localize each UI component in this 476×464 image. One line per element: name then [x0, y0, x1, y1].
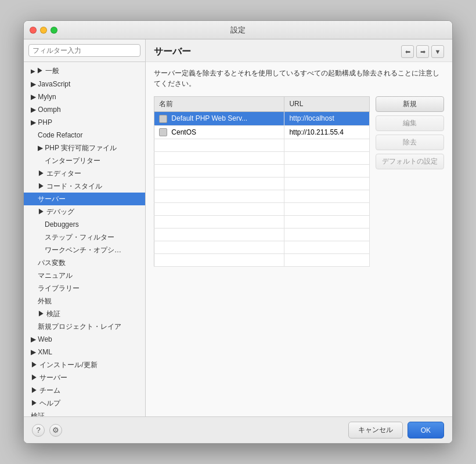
sidebar-item-validation2[interactable]: 検証	[24, 409, 145, 416]
table-row-empty	[154, 152, 370, 165]
panel-toolbar: ⬅ ➡ ▼	[401, 45, 444, 58]
sidebar-item-workbench[interactable]: ワークベンチ・オプシ…	[24, 244, 145, 256]
col-name-header: 名前	[154, 96, 284, 111]
close-button[interactable]	[30, 27, 37, 34]
sidebar-item-validation[interactable]: ▶ 検証	[24, 307, 145, 320]
sidebar-item-server[interactable]: サーバー	[24, 193, 145, 205]
cancel-button[interactable]: キャンセル	[348, 422, 403, 438]
table-and-buttons: 名前 URL Default PHP Web Serv...	[154, 96, 444, 267]
tree-list: ▶▶ 一般 ▶ JavaScript ▶ Mylyn ▶ Oomph ▶ PHP…	[24, 62, 145, 416]
bottom-bar: ? ⚙ キャンセル OK	[24, 416, 452, 443]
server-table: 名前 URL Default PHP Web Serv...	[154, 96, 370, 267]
ok-button[interactable]: OK	[408, 422, 444, 438]
minimize-button[interactable]	[40, 27, 47, 34]
table-row-empty	[154, 139, 370, 152]
sidebar-item-code-refactor[interactable]: Code Refactor	[24, 129, 145, 142]
table-row-empty	[154, 241, 370, 254]
sidebar-item-web[interactable]: ▶ Web	[24, 333, 145, 346]
table-row-empty	[154, 177, 370, 190]
col-url-header: URL	[284, 96, 370, 111]
server-url-cell: http://localhost	[284, 111, 370, 125]
sidebar-item-php[interactable]: ▶ PHP	[24, 116, 145, 129]
panel-body: サーバー定義を除去するとそれを使用しているすべての起動構成も除去されることに注意…	[146, 62, 452, 416]
sidebar-item-javascript[interactable]: ▶ JavaScript	[24, 78, 145, 90]
back-button[interactable]: ⬅	[401, 45, 414, 58]
table-row-empty	[154, 254, 370, 267]
settings-window: 設定 ▶▶ 一般 ▶ JavaScript ▶ Mylyn ▶ Oomph ▶ …	[23, 20, 453, 444]
window-title: 設定	[230, 25, 246, 35]
server-url-cell: http://10.211.55.4	[284, 125, 370, 139]
table-row[interactable]: CentOS http://10.211.55.4	[154, 125, 370, 139]
settings-button[interactable]: ⚙	[49, 424, 62, 437]
table-row-empty	[154, 190, 370, 203]
forward-button[interactable]: ➡	[416, 45, 429, 58]
edit-button[interactable]: 編集	[376, 115, 444, 131]
sidebar-item-help[interactable]: ▶ ヘルプ	[24, 397, 145, 409]
table-row[interactable]: Default PHP Web Serv... http://localhost	[154, 111, 370, 125]
sidebar-item-general[interactable]: ▶▶ 一般	[24, 64, 145, 78]
question-icon: ?	[36, 426, 40, 434]
sidebar-item-manual[interactable]: マニュアル	[24, 269, 145, 282]
description-text: サーバー定義を除去するとそれを使用しているすべての起動構成も除去されることに注意…	[154, 68, 444, 89]
sidebar-item-step-filter[interactable]: ステップ・フィルター	[24, 231, 145, 244]
table-row-empty	[154, 165, 370, 177]
sidebar-item-library[interactable]: ライブラリー	[24, 282, 145, 295]
main-panel: サーバー ⬅ ➡ ▼ サーバー定義を除去するとそれを使用しているすべての起動構成…	[146, 39, 452, 416]
content-area: ▶▶ 一般 ▶ JavaScript ▶ Mylyn ▶ Oomph ▶ PHP…	[24, 39, 452, 416]
titlebar: 設定	[24, 21, 452, 39]
server-name-cell: Default PHP Web Serv...	[154, 111, 284, 125]
bottom-left-controls: ? ⚙	[32, 424, 62, 437]
chevron-down-icon: ▼	[435, 48, 441, 55]
back-icon: ⬅	[405, 48, 410, 56]
sidebar-item-path-var[interactable]: パス変数	[24, 256, 145, 269]
panel-title: サーバー	[154, 46, 191, 58]
new-button[interactable]: 新規	[376, 96, 444, 112]
filter-input[interactable]	[28, 44, 140, 57]
server-icon	[159, 128, 167, 136]
sidebar-item-interpreter[interactable]: インタープリター	[24, 154, 145, 167]
help-button[interactable]: ?	[32, 424, 45, 437]
sidebar-item-team[interactable]: ▶ チーム	[24, 384, 145, 397]
server-name-cell: CentOS	[154, 125, 284, 139]
sidebar-item-new-project[interactable]: 新規プロジェクト・レイア	[24, 320, 145, 333]
sidebar-item-mylyn[interactable]: ▶ Mylyn	[24, 90, 145, 103]
side-buttons: 新規 編集 除去 デフォルトの設定	[376, 96, 444, 267]
window-controls	[30, 27, 57, 34]
filter-container	[24, 39, 145, 62]
sidebar-item-editor[interactable]: ▶ エディター	[24, 167, 145, 180]
maximize-button[interactable]	[51, 27, 57, 34]
sidebar: ▶▶ 一般 ▶ JavaScript ▶ Mylyn ▶ Oomph ▶ PHP…	[24, 39, 146, 416]
sidebar-item-install-update[interactable]: ▶ インストール/更新	[24, 358, 145, 371]
sidebar-item-php-executable[interactable]: ▶ PHP 実行可能ファイル	[24, 142, 145, 154]
table-row-empty	[154, 229, 370, 241]
bottom-right-controls: キャンセル OK	[348, 422, 444, 438]
panel-header: サーバー ⬅ ➡ ▼	[146, 39, 452, 62]
table-row-empty	[154, 203, 370, 216]
default-button[interactable]: デフォルトの設定	[376, 154, 444, 169]
sidebar-item-debug[interactable]: ▶ デバッグ	[24, 205, 145, 218]
delete-button[interactable]: 除去	[376, 135, 444, 150]
server-icon	[159, 115, 167, 123]
table-wrapper: 名前 URL Default PHP Web Serv...	[154, 96, 370, 267]
sidebar-item-appearance[interactable]: 外観	[24, 295, 145, 307]
table-row-empty	[154, 216, 370, 229]
sidebar-item-server-root[interactable]: ▶ サーバー	[24, 371, 145, 384]
sidebar-item-xml[interactable]: ▶ XML	[24, 346, 145, 358]
dropdown-button[interactable]: ▼	[431, 45, 444, 58]
sidebar-item-oomph[interactable]: ▶ Oomph	[24, 103, 145, 116]
forward-icon: ➡	[420, 48, 425, 56]
sidebar-item-debuggers[interactable]: Debuggers	[24, 218, 145, 231]
sidebar-item-code-style[interactable]: ▶ コード・スタイル	[24, 180, 145, 193]
gear-icon: ⚙	[52, 426, 59, 434]
